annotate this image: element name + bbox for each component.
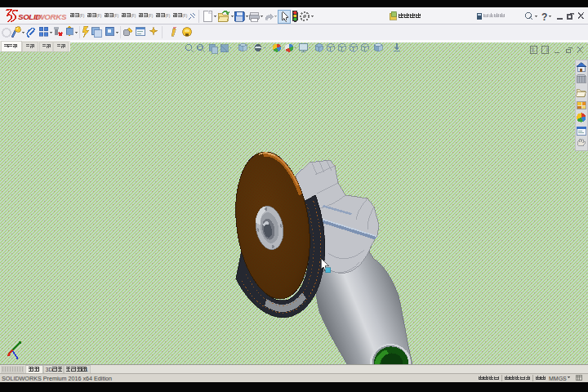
svg-text:(F): (F) [79, 14, 85, 18]
svg-text:(F): (F) [148, 14, 154, 18]
svg-text:(F): (F) [182, 14, 188, 18]
svg-text:?: ? [541, 11, 547, 23]
svg-text:WORKS: WORKS [38, 12, 67, 21]
svg-text:(F): (F) [114, 14, 119, 18]
svg-text:(F): (F) [131, 14, 136, 18]
svg-text:3D: 3D [46, 367, 53, 372]
svg-text:MMGS: MMGS [549, 376, 567, 381]
svg-text:(F): (F) [165, 14, 171, 18]
svg-text:1: 1 [85, 367, 88, 372]
svg-text:SOLIDWORKS Premium 2016 x64 Ed: SOLIDWORKS Premium 2016 x64 Edition [2, 375, 112, 382]
svg-text:(F): (F) [96, 14, 102, 18]
